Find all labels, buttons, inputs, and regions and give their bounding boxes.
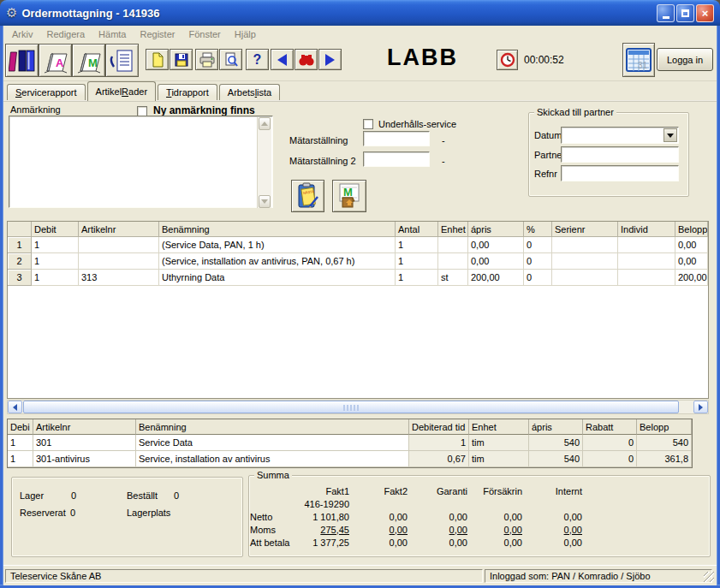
nasta-clipboard-button[interactable]: NÄSTA — [291, 180, 324, 212]
maintenance-service-label: Underhålls-service — [378, 119, 456, 129]
maximize-icon — [681, 9, 689, 17]
svg-text:31: 31 — [638, 61, 648, 70]
remark-textarea[interactable] — [9, 116, 273, 208]
thumb-grip — [343, 405, 359, 411]
meter2-input[interactable] — [363, 151, 430, 167]
summa-col-fakt2: Fakt2 — [351, 486, 409, 496]
clock-icon — [500, 52, 515, 68]
close-icon: × — [702, 8, 709, 19]
environment-label: LABB — [387, 45, 458, 71]
menu-item-register[interactable]: Register — [134, 28, 182, 40]
maximize-button[interactable] — [676, 4, 694, 22]
remark-label: Anmärkning — [10, 104, 61, 115]
find-button[interactable] — [295, 49, 318, 70]
calendar-icon: 31 — [625, 46, 652, 74]
clock-button[interactable] — [497, 50, 518, 70]
status-logged-in: Inloggad som: PAN / Komradio / Sjöbo — [485, 569, 712, 583]
previous-button[interactable] — [271, 49, 294, 70]
table-row[interactable]: 1 301-antivirus Service, installation av… — [8, 451, 692, 467]
fakt1-number: 416-19290 — [296, 499, 351, 509]
nasta-clipboard-icon: NÄSTA — [295, 182, 321, 210]
toolbar: A M — [3, 41, 717, 81]
preview-icon — [223, 52, 239, 68]
resize-grip-icon[interactable] — [704, 572, 714, 582]
status-company: Teleservice Skåne AB — [5, 569, 483, 583]
datum-dropdown-button[interactable] — [663, 128, 677, 142]
meter2-label: Mätarställning 2 — [289, 156, 356, 166]
table-row[interactable]: 3 1 313 Uthyrning Data 1 st 200,00 0 200… — [8, 270, 708, 286]
scroll-right-button[interactable] — [693, 401, 708, 413]
arrow-left-icon — [277, 54, 287, 66]
tab-arbetslista[interactable]: Arbetslista — [219, 84, 280, 101]
help-button[interactable]: ? — [246, 49, 269, 70]
login-button[interactable]: Logga in — [657, 48, 713, 71]
app-window: ⚙ Ordermottagning - 141936 × Arkiv Redig… — [0, 0, 720, 588]
table-row[interactable]: 1 1 (Service Data, PAN, 1 h) 1 0,00 0 0,… — [8, 237, 708, 253]
phone-list-button[interactable] — [105, 44, 139, 77]
next-button[interactable] — [318, 49, 342, 70]
att-betala-label: Att betala — [250, 538, 296, 548]
minimize-button[interactable] — [657, 4, 675, 22]
register-books-button[interactable] — [5, 44, 39, 77]
login-button-label: Logga in — [667, 55, 703, 65]
horizontal-scrollbar[interactable] — [7, 400, 709, 414]
summa-group-title: Summa — [254, 470, 292, 480]
save-floppy-icon — [174, 52, 189, 68]
menu-item-hjalp[interactable]: Hjälp — [228, 28, 263, 40]
meter1-label: Mätarställning — [289, 135, 348, 146]
meter1-dash: - — [442, 135, 445, 146]
svg-text:A: A — [56, 56, 64, 69]
printer-icon — [199, 52, 216, 68]
menu-item-hamta[interactable]: Hämta — [92, 28, 133, 40]
tab-artikelrader[interactable]: ArtikelRader — [87, 81, 157, 101]
tab-strip: Servicerapport ArtikelRader Tidrapport A… — [7, 81, 282, 101]
new-document-icon — [150, 52, 165, 68]
new-remark-label: Ny anmärkning finns — [153, 104, 255, 116]
bestallt-label: Beställt — [127, 490, 158, 501]
titlebar[interactable]: ⚙ Ordermottagning - 141936 × — [0, 0, 720, 26]
svg-text:M: M — [343, 186, 353, 199]
datum-label: Datum — [534, 130, 562, 140]
maintenance-service-checkbox[interactable] — [363, 119, 373, 129]
datum-combobox[interactable] — [561, 127, 679, 144]
lagerplats-label: Lagerplats — [127, 508, 170, 518]
menu-item-redigera[interactable]: Redigera — [39, 28, 92, 40]
menu-item-fonster[interactable]: Fönster — [181, 28, 227, 40]
scroll-up-button[interactable] — [259, 117, 271, 130]
phone-list-icon — [109, 48, 136, 74]
scrollbar-thumb[interactable] — [23, 401, 679, 413]
m-package-button[interactable]: M — [332, 180, 366, 212]
tab-tidrapport[interactable]: Tidrapport — [158, 84, 217, 101]
refnr-input[interactable] — [561, 165, 679, 181]
tab-servicerapport[interactable]: Servicerapport — [7, 84, 86, 101]
scroll-right-icon — [699, 404, 706, 411]
scroll-left-button[interactable] — [8, 401, 22, 413]
dropdown-arrow-icon — [667, 134, 674, 141]
app-gear-icon: ⚙ — [6, 5, 17, 21]
flipchart-m-button[interactable]: M — [72, 44, 105, 77]
timer-value: 00:00:52 — [524, 54, 564, 66]
print-preview-button[interactable] — [219, 49, 242, 70]
table-row[interactable]: 2 1 (Service, installation av antivirus,… — [8, 253, 708, 270]
netto-label: Netto — [250, 512, 296, 522]
menu-item-arkiv[interactable]: Arkiv — [5, 28, 39, 40]
calendar-button[interactable]: 31 — [622, 43, 655, 77]
menu-bar: Arkiv Redigera Hämta Register Fönster Hj… — [5, 27, 263, 41]
reserverat-value: 0 — [70, 508, 75, 518]
refnr-label: Refnr — [534, 169, 557, 179]
time-table: Debi Artikelnr Benämning Debiterad tid E… — [7, 419, 693, 468]
new-button[interactable] — [146, 49, 169, 70]
articles-header-row: Debit Artikelnr Benämning Antal Enhet áp… — [8, 222, 708, 237]
flipchart-a-button[interactable]: A — [39, 44, 72, 77]
flipchart-m-icon: M — [75, 48, 103, 74]
print-button[interactable] — [195, 49, 218, 70]
partner-input[interactable] — [561, 146, 679, 163]
scroll-down-button[interactable] — [259, 195, 271, 208]
scroll-up-icon — [261, 118, 268, 126]
meter1-input[interactable] — [363, 131, 430, 146]
lager-value: 0 — [71, 490, 76, 501]
table-row[interactable]: 1 301 Service Data 1 tim 540 0 540 — [8, 435, 692, 451]
remark-scrollbar[interactable] — [257, 117, 271, 208]
save-button[interactable] — [170, 49, 193, 70]
close-button[interactable]: × — [696, 4, 714, 22]
